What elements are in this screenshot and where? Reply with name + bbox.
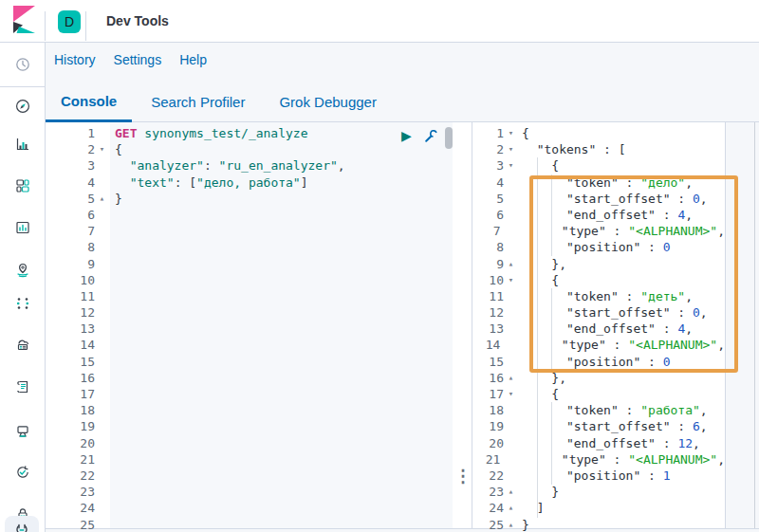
code-line: 5▴} xyxy=(46,191,472,207)
sidebar-item-canvas[interactable] xyxy=(0,220,45,237)
code-line: 17 xyxy=(46,386,472,402)
code-line: 8 xyxy=(46,239,472,255)
maps-pin-icon xyxy=(15,263,30,278)
code-line: 13 "end_offset" : 4, xyxy=(472,321,725,337)
code-line: 5 "start_offset" : 0, xyxy=(472,191,725,207)
request-options-wrench-icon[interactable] xyxy=(423,128,439,144)
window-edge-line xyxy=(754,122,755,528)
sidebar-item-dev-tools[interactable] xyxy=(5,516,39,532)
code-line: 25▴} xyxy=(472,517,725,532)
header-separator xyxy=(45,11,46,41)
console-menu: History Settings Help xyxy=(54,52,207,67)
top-bar: D Dev Tools xyxy=(0,0,759,43)
code-line: 6 "end_offset" : 4, xyxy=(472,207,725,223)
indent-guide xyxy=(551,288,552,370)
apm-icon xyxy=(15,424,30,439)
code-line: 23▴ } xyxy=(472,484,725,500)
code-line: 19 "start_offset" : 6, xyxy=(472,418,725,434)
discover-compass-icon xyxy=(15,99,30,114)
code-line: 4 "token" : "дело", xyxy=(472,174,725,191)
sidebar-nav xyxy=(0,43,46,532)
code-line: 14 xyxy=(46,337,472,353)
infrastructure-cloud-icon xyxy=(15,337,30,352)
code-line: 21 xyxy=(46,451,472,468)
sidebar-item-maps[interactable] xyxy=(0,263,45,280)
tab-grok-debugger[interactable]: Grok Debugger xyxy=(264,82,392,122)
sidebar-item-recently-viewed[interactable] xyxy=(0,43,45,87)
code-line: 8 "position" : 0 xyxy=(472,239,725,255)
tab-search-profiler[interactable]: Search Profiler xyxy=(136,82,260,122)
sidebar-item-infrastructure[interactable] xyxy=(0,337,45,354)
tab-console[interactable]: Console xyxy=(46,82,132,122)
code-line: 21 "type" : "<ALPHANUM>", xyxy=(472,451,725,468)
page-title: Dev Tools xyxy=(106,13,169,28)
kibana-dev-tools-screen: D Dev Tools xyxy=(0,0,759,532)
sidebar-item-machine-learning[interactable] xyxy=(0,296,45,313)
menu-item-history[interactable]: History xyxy=(54,52,96,67)
code-line: 20 "end_offset" : 12, xyxy=(472,435,725,451)
code-line: 3 "analyzer": "ru_en_analyzer", xyxy=(46,157,472,174)
dev-tools-wrench-icon xyxy=(13,523,30,532)
code-line: 1▾{ xyxy=(472,125,725,141)
logs-scroll-icon xyxy=(15,379,30,394)
code-line: 10 xyxy=(46,272,472,288)
code-line: 3▾ { xyxy=(472,157,725,174)
code-line: 10▾ { xyxy=(472,272,725,288)
code-line: 22 "position" : 1 xyxy=(472,468,725,484)
sidebar-item-visualize[interactable] xyxy=(0,137,45,154)
visualize-chart-icon xyxy=(15,137,30,152)
code-line: 24▴ ] xyxy=(472,500,725,516)
pane-resize-handle[interactable]: ⋮ xyxy=(454,464,468,490)
code-line: 6 xyxy=(46,207,472,223)
code-line: 7 "type" : "<ALPHANUM>", xyxy=(472,223,725,239)
code-line: 16▴ }, xyxy=(472,370,725,386)
code-line: 23 xyxy=(46,484,472,500)
code-line: 18 xyxy=(46,402,472,418)
code-line: 22 xyxy=(46,468,472,484)
kibana-logo-icon[interactable] xyxy=(13,6,36,34)
code-line: 25 xyxy=(46,517,472,532)
response-viewer[interactable]: 1▾{2▾ "tokens" : [3▾ {4 "token" : "дело"… xyxy=(472,125,725,532)
code-line: 24 xyxy=(46,500,472,516)
dev-tools-tabs: Console Search Profiler Grok Debugger xyxy=(46,82,759,122)
request-editor-scrollbar-thumb[interactable] xyxy=(445,127,453,149)
code-line: 12 "start_offset" : 0, xyxy=(472,304,725,321)
code-line: 9▴ }, xyxy=(472,256,725,272)
sidebar-item-apm[interactable] xyxy=(0,424,45,441)
code-line: 16 xyxy=(46,370,472,386)
code-line: 12 xyxy=(46,304,472,321)
sidebar-item-discover[interactable] xyxy=(0,99,45,116)
code-line: 18 "token" : "работа", xyxy=(472,402,725,418)
code-line: 11 "token" : "деть", xyxy=(472,288,725,304)
code-line: 13 xyxy=(46,321,472,337)
code-line: 4 "text": ["дело, работа"] xyxy=(46,174,472,191)
code-line: 14 "type" : "<ALPHANUM>", xyxy=(472,337,725,353)
clock-icon xyxy=(15,57,30,72)
code-line: 9 xyxy=(46,256,472,272)
code-line: 7 xyxy=(46,223,472,239)
code-line: 11 xyxy=(46,288,472,304)
code-line: 19 xyxy=(46,418,472,434)
sidebar-item-logs[interactable] xyxy=(0,379,45,396)
machine-learning-icon xyxy=(15,296,30,311)
code-line: 15 xyxy=(46,354,472,370)
code-line: 2▾ "tokens" : [ xyxy=(472,141,725,157)
dashboard-icon xyxy=(15,178,30,193)
code-line: 17▾ { xyxy=(472,386,725,402)
menu-item-help[interactable]: Help xyxy=(179,52,207,67)
deployment-badge: D xyxy=(58,10,81,33)
request-editor[interactable]: 1GET synonyms_test/_analyze2▾{3 "analyze… xyxy=(46,125,472,532)
code-line: 15 "position" : 0 xyxy=(472,354,725,370)
menu-item-settings[interactable]: Settings xyxy=(114,52,162,67)
indent-guide xyxy=(551,174,552,256)
canvas-icon xyxy=(15,220,30,235)
console-editor-area: 1GET synonyms_test/_analyze2▾{3 "analyze… xyxy=(46,122,759,529)
sidebar-item-dashboard[interactable] xyxy=(0,178,45,195)
indent-guide xyxy=(537,157,538,518)
uptime-icon xyxy=(15,465,30,480)
header-separator xyxy=(85,11,86,41)
sidebar-item-uptime[interactable] xyxy=(0,465,45,482)
send-request-button[interactable]: ▶ xyxy=(401,128,418,145)
indent-guide xyxy=(551,402,552,485)
code-line: 20 xyxy=(46,435,472,451)
